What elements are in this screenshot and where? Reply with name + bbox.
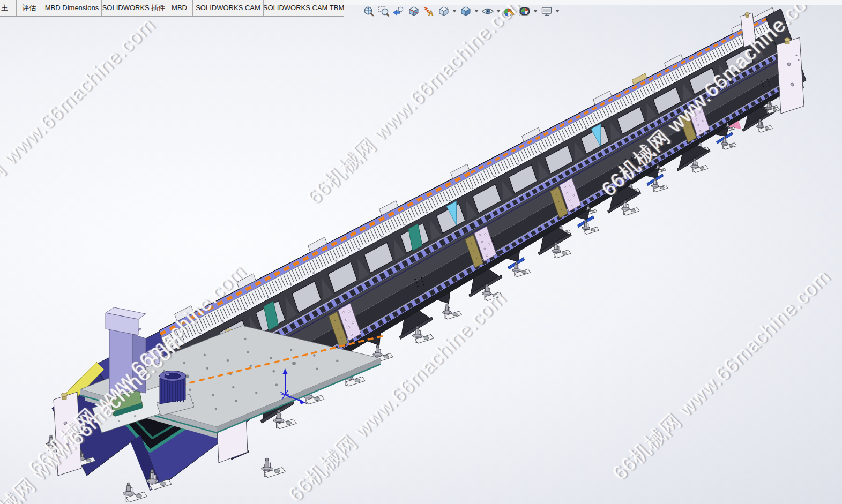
tab-SOLIDWORKS CAM TBM[interactable]: SOLIDWORKS CAM TBM (264, 0, 344, 16)
tab-MBD Dimensions[interactable]: MBD Dimensions (42, 0, 102, 16)
section-view-icon (407, 5, 420, 18)
display-style-dropdown[interactable] (474, 5, 480, 18)
view-orientation-icon (437, 5, 450, 18)
tab-label: SOLIDWORKS 插件 (102, 3, 166, 13)
chevron-down-icon (533, 10, 538, 13)
chevron-down-icon (474, 10, 479, 13)
rail-far (159, 17, 768, 338)
apply-scene-dropdown[interactable] (533, 5, 539, 18)
chevron-down-icon (496, 10, 501, 13)
zoom-to-fit-button[interactable] (362, 5, 375, 18)
dynamic-annotation-views-icon: A (422, 5, 435, 18)
headsup-toolbar: A (362, 4, 562, 19)
edit-appearance-button[interactable] (503, 5, 516, 18)
tab-MBD[interactable]: MBD (166, 0, 193, 16)
previous-view-button[interactable] (392, 5, 405, 18)
apply-scene-icon (518, 5, 531, 18)
commandmanager-tabs: 主评估MBD DimensionsSOLIDWORKS 插件MBDSOLIDWO… (0, 0, 344, 17)
view-orientation-button[interactable] (437, 5, 450, 18)
hide-show-items-button[interactable] (481, 5, 494, 18)
tab-SOLIDWORKS 插件[interactable]: SOLIDWORKS 插件 (102, 0, 166, 16)
previous-view-icon (392, 5, 405, 18)
tab-主[interactable]: 主 (0, 0, 17, 16)
tab-评估[interactable]: 评估 (17, 0, 42, 16)
hide-show-items-icon (481, 5, 494, 18)
section-view-button[interactable] (407, 5, 420, 18)
chevron-down-icon (452, 10, 457, 13)
tab-label: MBD Dimensions (45, 4, 99, 12)
viewport-3d[interactable] (0, 0, 842, 504)
display-style-button[interactable] (459, 5, 472, 18)
display-style-icon (459, 5, 472, 18)
svg-text:A: A (428, 9, 434, 17)
tab-label: SOLIDWORKS CAM TBM (264, 4, 344, 12)
view-settings-dropdown[interactable] (555, 5, 561, 18)
tab-label: 主 (1, 3, 8, 13)
tab-label: MBD (172, 4, 187, 12)
zoom-to-area-button[interactable] (377, 5, 390, 18)
dynamic-annotation-views-button[interactable]: A (422, 5, 435, 18)
hide-show-items-dropdown[interactable] (496, 5, 502, 18)
edit-appearance-icon (503, 5, 516, 18)
tab-label: 评估 (23, 3, 36, 13)
gear-rack (162, 21, 771, 353)
model-3d (46, 7, 806, 502)
apply-scene-button[interactable] (518, 5, 531, 18)
view-orientation-dropdown[interactable] (452, 5, 458, 18)
view-settings-icon (540, 5, 553, 18)
tab-label: SOLIDWORKS CAM (196, 4, 260, 12)
machine-model (46, 7, 806, 502)
tab-SOLIDWORKS CAM[interactable]: SOLIDWORKS CAM (193, 0, 264, 16)
chevron-down-icon (555, 10, 560, 13)
zoom-to-fit-icon (362, 5, 375, 18)
view-settings-button[interactable] (540, 5, 553, 18)
zoom-to-area-icon (377, 5, 390, 18)
